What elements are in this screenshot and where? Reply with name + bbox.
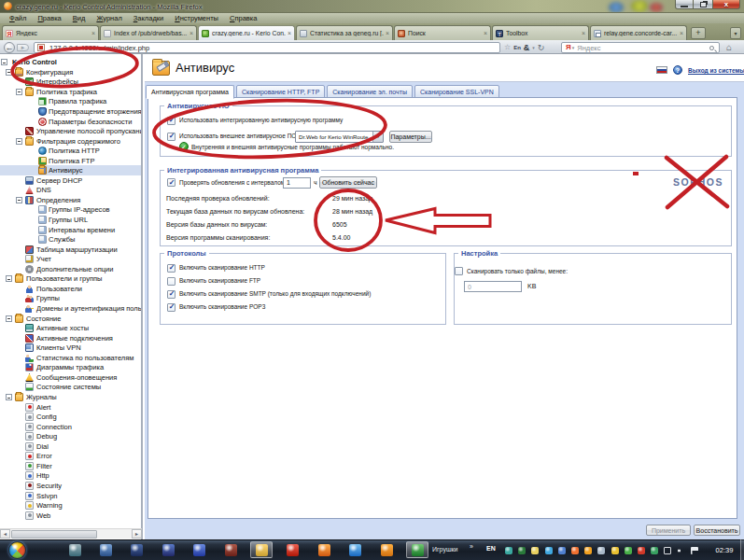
update-now-button[interactable]: Обновить сейчас — [319, 176, 377, 189]
browser-tab-0[interactable]: ЯЯндекс× — [2, 25, 99, 40]
tree-item-группы[interactable]: Группы — [0, 293, 141, 303]
scan-size-checkbox[interactable] — [455, 267, 463, 275]
tray-window-icon[interactable] — [664, 547, 671, 554]
network-places-icon[interactable] — [100, 544, 112, 556]
tree-collapse-icon[interactable] — [6, 315, 12, 322]
tree-collapse-icon[interactable] — [6, 69, 12, 76]
tree-item-dns[interactable]: DNS — [0, 185, 141, 195]
tree-item-клиенты-vpn[interactable]: Клиенты VPN — [0, 343, 141, 353]
logout-link[interactable]: Выход из системы — [688, 67, 744, 74]
protocol-checkbox-3[interactable] — [167, 303, 175, 312]
webmoney-icon[interactable] — [412, 544, 424, 556]
browser-tab-4[interactable]: Поиск× — [394, 25, 491, 40]
browser-tab-5[interactable]: TToolbox× — [492, 25, 589, 40]
language-indicator[interactable]: EN — [486, 545, 496, 552]
tray-yellow-icon[interactable] — [611, 547, 619, 554]
tree-item-группы-ip-адресов[interactable]: Группы IP-адресов — [0, 204, 141, 215]
magnifier-icon[interactable] — [709, 46, 714, 50]
tree-item-http[interactable]: Http — [0, 470, 141, 481]
remote-desktop-icon[interactable] — [69, 544, 81, 556]
tab-close-icon[interactable]: × — [386, 30, 389, 36]
reset-button[interactable]: Восстановить — [694, 525, 740, 536]
tree-item-filter[interactable]: Filter — [0, 461, 141, 471]
menu-правка[interactable]: Правка — [32, 14, 66, 22]
tree-item-сервер-dhcp[interactable]: Сервер DHCP — [0, 175, 141, 186]
forward-button[interactable]: ▸ — [17, 44, 29, 51]
app-orange-icon[interactable] — [381, 544, 393, 556]
save-floppy-icon[interactable] — [193, 544, 205, 556]
tree-item-статистика-по-пользователям[interactable]: Статистика по пользователям — [0, 353, 141, 363]
yandex-search-icon[interactable]: Я — [566, 43, 571, 52]
tree-item-определения[interactable]: Определения — [0, 195, 141, 205]
tree-item-политика-ftp[interactable]: Политика FTP — [0, 156, 141, 166]
tray-orange-square-icon[interactable] — [584, 547, 592, 554]
tree-item-службы[interactable]: Службы — [0, 234, 141, 245]
back-button[interactable]: ← — [4, 42, 15, 53]
apply-button[interactable]: Применить — [646, 525, 691, 536]
tree-item-правила-трафика[interactable]: Правила трафика — [0, 96, 141, 106]
tree-item-параметры-безопасности[interactable]: Параметры безопасности — [0, 117, 141, 127]
tab-list-dropdown-icon[interactable]: ▾ — [730, 27, 741, 39]
tree-item-активные-подключения[interactable]: Активные подключения — [0, 333, 141, 343]
tree-item-интервалы-времени[interactable]: Интервалы времени — [0, 225, 141, 235]
tree-collapse-icon[interactable] — [6, 275, 12, 282]
external-engine-select[interactable]: Dr.Web for Kerio WinRoute ▼ — [295, 131, 384, 143]
tree-item-конфигурация[interactable]: Конфигурация — [0, 67, 141, 77]
firefox-icon[interactable] — [318, 544, 330, 556]
app-darkred-icon[interactable] — [225, 544, 237, 556]
tree-item-connection[interactable]: Connection — [0, 422, 141, 432]
scroll-left-arrow[interactable]: ◄ — [0, 529, 10, 539]
tree-item-alert[interactable]: Alert — [0, 402, 141, 413]
tray-red-icon[interactable] — [638, 547, 645, 554]
tree-item-состояние-системы[interactable]: Состояние системы — [0, 382, 141, 392]
tab-close-icon[interactable]: × — [680, 30, 683, 36]
tab-close-icon[interactable]: × — [190, 30, 193, 36]
tree-item-домены-и-аутентификация-пользователей[interactable]: Домены и аутентификация пользователей — [0, 303, 141, 314]
kerio-tab-1[interactable]: Сканирование HTTP, FTP — [236, 85, 325, 98]
browser-tab-6[interactable]: relay.gene.concorde-car...× — [590, 25, 687, 40]
tab-close-icon[interactable]: × — [91, 30, 95, 36]
tree-item-error[interactable]: Error — [0, 451, 141, 461]
toolbar-chevron-icon[interactable]: » — [470, 543, 473, 550]
tree-collapse-icon[interactable] — [16, 89, 22, 95]
tree-item-состояние[interactable]: Состояние — [0, 314, 141, 324]
browser-tab-3[interactable]: Статистика за geneg.ru [...× — [296, 25, 393, 40]
start-button[interactable] — [8, 541, 26, 559]
menu-вид[interactable]: Вид — [67, 14, 91, 22]
tree-item-диаграммы-трафика[interactable]: Диаграммы трафика — [0, 362, 141, 372]
tree-item-интерфейсы[interactable]: Интерфейсы — [0, 77, 141, 87]
kerio-tab-3[interactable]: Сканирование SSL-VPN — [414, 85, 499, 98]
protocol-checkbox-0[interactable] — [167, 264, 175, 273]
close-button[interactable]: x — [712, 0, 740, 9]
reload-icon[interactable]: ↻ — [538, 43, 545, 52]
tray-green-square-icon[interactable] — [518, 547, 526, 554]
tree-item-управление-полосой-пропускания-и-qos[interactable]: Управление полосой пропускания и QoS — [0, 126, 141, 136]
taskbar-toolbar-label[interactable]: Игрушки — [432, 546, 458, 553]
tree-item-sslvpn[interactable]: Sslvpn — [0, 491, 141, 501]
home-button[interactable]: ⌂ — [726, 42, 732, 53]
scroll-right-arrow[interactable]: ► — [132, 529, 142, 539]
tray-blue-icon[interactable] — [558, 547, 566, 554]
tree-collapse-icon[interactable] — [16, 138, 22, 145]
browser-tab-1[interactable]: Index of /pub/drweb/bas...× — [100, 25, 197, 40]
menu-журнал[interactable]: Журнал — [91, 14, 127, 22]
tree-item-антивирус[interactable]: Антивирус — [0, 165, 141, 175]
tree-item-warning[interactable]: Warning — [0, 500, 141, 511]
tree-item-kerio-control[interactable]: Kerio Control — [0, 57, 141, 67]
tree-item-dial[interactable]: Dial — [0, 441, 141, 452]
tree-item-дополнительные-опции[interactable]: Дополнительные опции — [0, 264, 141, 274]
tray-mail-icon[interactable] — [597, 547, 605, 554]
search-input[interactable]: Яндекс — [577, 44, 709, 52]
kerio-tab-2[interactable]: Сканирование эл. почты — [327, 85, 413, 98]
minimize-button[interactable] — [675, 0, 694, 9]
internet-explorer-icon[interactable] — [349, 544, 361, 556]
extension-en-icon[interactable]: En — [513, 43, 521, 52]
app-blue-icon[interactable] — [131, 544, 143, 556]
tab-close-icon[interactable]: × — [582, 30, 585, 36]
menu-файл[interactable]: Файл — [4, 14, 32, 22]
browser-tab-2[interactable]: crazy.gene.ru - Kerio Con...× — [198, 25, 295, 40]
tray-moon-icon[interactable] — [531, 547, 539, 554]
tree-item-security[interactable]: Security — [0, 481, 141, 491]
tray-green-icon[interactable] — [625, 547, 632, 554]
tray-orange-circle-icon[interactable] — [571, 547, 579, 554]
